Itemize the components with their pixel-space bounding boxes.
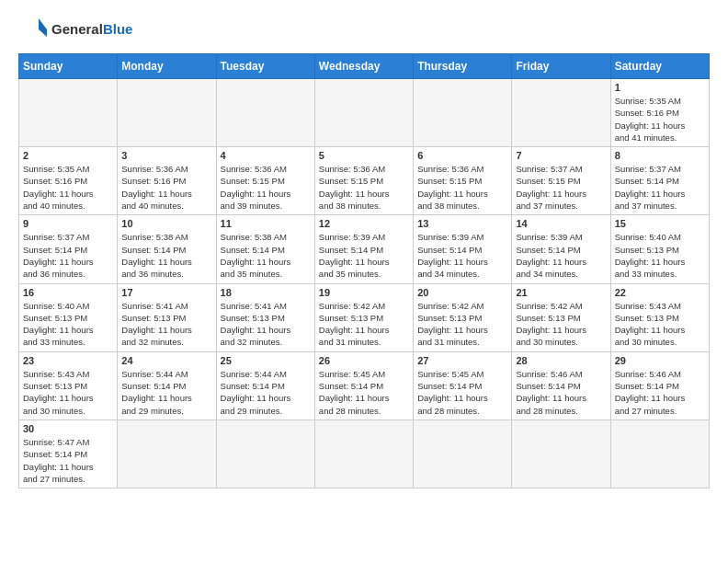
calendar-cell: 21Sunrise: 5:42 AM Sunset: 5:13 PM Dayli… (512, 283, 610, 351)
calendar-cell: 26Sunrise: 5:45 AM Sunset: 5:14 PM Dayli… (314, 351, 413, 419)
day-info: Sunrise: 5:39 AM Sunset: 5:14 PM Dayligh… (417, 231, 507, 280)
calendar-cell (216, 419, 314, 488)
calendar-cell: 1Sunrise: 5:35 AM Sunset: 5:16 PM Daylig… (610, 79, 709, 147)
day-info: Sunrise: 5:43 AM Sunset: 5:13 PM Dayligh… (615, 300, 705, 349)
day-number: 23 (23, 355, 113, 366)
day-info: Sunrise: 5:47 AM Sunset: 5:14 PM Dayligh… (23, 436, 113, 485)
calendar-cell (118, 419, 216, 488)
weekday-header-saturday: Saturday (610, 54, 709, 79)
logo-general: General (51, 21, 103, 37)
calendar-week-row: 1Sunrise: 5:35 AM Sunset: 5:16 PM Daylig… (19, 79, 710, 147)
calendar-cell: 10Sunrise: 5:38 AM Sunset: 5:14 PM Dayli… (118, 215, 216, 283)
calendar-cell: 20Sunrise: 5:42 AM Sunset: 5:13 PM Dayli… (414, 283, 512, 351)
day-number: 24 (121, 355, 211, 366)
day-number: 10 (121, 218, 211, 229)
day-info: Sunrise: 5:41 AM Sunset: 5:13 PM Dayligh… (121, 300, 211, 349)
day-number: 28 (516, 355, 606, 366)
calendar-cell (118, 79, 216, 147)
calendar-cell: 22Sunrise: 5:43 AM Sunset: 5:13 PM Dayli… (610, 283, 709, 351)
calendar-cell (314, 419, 413, 488)
weekday-header-tuesday: Tuesday (216, 54, 314, 79)
calendar-cell (512, 79, 610, 147)
calendar-cell: 23Sunrise: 5:43 AM Sunset: 5:13 PM Dayli… (19, 351, 118, 419)
day-info: Sunrise: 5:42 AM Sunset: 5:13 PM Dayligh… (319, 300, 409, 349)
day-info: Sunrise: 5:38 AM Sunset: 5:14 PM Dayligh… (221, 231, 311, 280)
day-number: 5 (319, 150, 409, 161)
calendar-cell: 24Sunrise: 5:44 AM Sunset: 5:14 PM Dayli… (118, 351, 216, 419)
calendar-cell: 12Sunrise: 5:39 AM Sunset: 5:14 PM Dayli… (314, 215, 413, 283)
calendar-cell: 17Sunrise: 5:41 AM Sunset: 5:13 PM Dayli… (118, 283, 216, 351)
calendar-cell (414, 79, 512, 147)
day-number: 15 (615, 218, 705, 229)
day-number: 19 (319, 287, 409, 298)
calendar-cell: 4Sunrise: 5:36 AM Sunset: 5:15 PM Daylig… (216, 147, 314, 215)
day-info: Sunrise: 5:36 AM Sunset: 5:15 PM Dayligh… (417, 163, 507, 212)
day-info: Sunrise: 5:45 AM Sunset: 5:14 PM Dayligh… (319, 368, 409, 417)
day-info: Sunrise: 5:41 AM Sunset: 5:13 PM Dayligh… (221, 300, 311, 349)
day-info: Sunrise: 5:37 AM Sunset: 5:14 PM Dayligh… (615, 163, 705, 212)
calendar-week-row: 9Sunrise: 5:37 AM Sunset: 5:14 PM Daylig… (19, 215, 710, 283)
calendar-cell (610, 419, 709, 488)
day-number: 8 (615, 150, 705, 161)
logo-blue: Blue (103, 21, 133, 37)
calendar-cell: 30Sunrise: 5:47 AM Sunset: 5:14 PM Dayli… (19, 419, 118, 488)
day-number: 30 (23, 423, 113, 434)
day-info: Sunrise: 5:38 AM Sunset: 5:14 PM Dayligh… (121, 231, 211, 280)
weekday-header-monday: Monday (118, 54, 216, 79)
day-number: 13 (417, 218, 507, 229)
calendar-cell: 19Sunrise: 5:42 AM Sunset: 5:13 PM Dayli… (314, 283, 413, 351)
calendar-cell: 15Sunrise: 5:40 AM Sunset: 5:13 PM Dayli… (610, 215, 709, 283)
calendar-week-row: 23Sunrise: 5:43 AM Sunset: 5:13 PM Dayli… (19, 351, 710, 419)
calendar-cell: 29Sunrise: 5:46 AM Sunset: 5:14 PM Dayli… (610, 351, 709, 419)
day-number: 14 (516, 218, 606, 229)
day-info: Sunrise: 5:40 AM Sunset: 5:13 PM Dayligh… (615, 231, 705, 280)
calendar-cell: 7Sunrise: 5:37 AM Sunset: 5:15 PM Daylig… (512, 147, 610, 215)
svg-rect-0 (18, 15, 37, 44)
day-info: Sunrise: 5:39 AM Sunset: 5:14 PM Dayligh… (516, 231, 606, 280)
day-number: 12 (319, 218, 409, 229)
calendar-cell: 11Sunrise: 5:38 AM Sunset: 5:14 PM Dayli… (216, 215, 314, 283)
calendar-cell: 9Sunrise: 5:37 AM Sunset: 5:14 PM Daylig… (19, 215, 118, 283)
calendar-cell: 18Sunrise: 5:41 AM Sunset: 5:13 PM Dayli… (216, 283, 314, 351)
calendar-cell: 2Sunrise: 5:35 AM Sunset: 5:16 PM Daylig… (19, 147, 118, 215)
day-info: Sunrise: 5:37 AM Sunset: 5:15 PM Dayligh… (516, 163, 606, 212)
calendar-cell (19, 79, 118, 147)
calendar-cell: 5Sunrise: 5:36 AM Sunset: 5:15 PM Daylig… (314, 147, 413, 215)
calendar-cell: 16Sunrise: 5:40 AM Sunset: 5:13 PM Dayli… (19, 283, 118, 351)
day-info: Sunrise: 5:36 AM Sunset: 5:16 PM Dayligh… (121, 163, 211, 212)
day-number: 6 (417, 150, 507, 161)
svg-marker-2 (39, 29, 47, 37)
day-info: Sunrise: 5:45 AM Sunset: 5:14 PM Dayligh… (417, 368, 507, 417)
day-number: 18 (221, 287, 311, 298)
calendar-cell: 25Sunrise: 5:44 AM Sunset: 5:14 PM Dayli… (216, 351, 314, 419)
calendar-cell: 13Sunrise: 5:39 AM Sunset: 5:14 PM Dayli… (414, 215, 512, 283)
day-number: 22 (615, 287, 705, 298)
weekday-header-wednesday: Wednesday (314, 54, 413, 79)
calendar-table: SundayMondayTuesdayWednesdayThursdayFrid… (18, 53, 710, 488)
svg-marker-1 (39, 18, 47, 29)
page-header: GeneralBlue (18, 15, 710, 44)
day-info: Sunrise: 5:36 AM Sunset: 5:15 PM Dayligh… (221, 163, 311, 212)
weekday-header-row: SundayMondayTuesdayWednesdayThursdayFrid… (19, 54, 710, 79)
day-number: 21 (516, 287, 606, 298)
day-number: 1 (615, 82, 705, 93)
day-info: Sunrise: 5:40 AM Sunset: 5:13 PM Dayligh… (23, 300, 113, 349)
logo: GeneralBlue (18, 15, 132, 44)
day-number: 16 (23, 287, 113, 298)
calendar-week-row: 2Sunrise: 5:35 AM Sunset: 5:16 PM Daylig… (19, 147, 710, 215)
day-info: Sunrise: 5:36 AM Sunset: 5:15 PM Dayligh… (319, 163, 409, 212)
calendar-cell: 28Sunrise: 5:46 AM Sunset: 5:14 PM Dayli… (512, 351, 610, 419)
day-info: Sunrise: 5:44 AM Sunset: 5:14 PM Dayligh… (221, 368, 311, 417)
day-info: Sunrise: 5:42 AM Sunset: 5:13 PM Dayligh… (516, 300, 606, 349)
calendar-cell: 8Sunrise: 5:37 AM Sunset: 5:14 PM Daylig… (610, 147, 709, 215)
day-number: 26 (319, 355, 409, 366)
day-number: 3 (121, 150, 211, 161)
day-number: 27 (417, 355, 507, 366)
calendar-cell: 14Sunrise: 5:39 AM Sunset: 5:14 PM Dayli… (512, 215, 610, 283)
calendar-cell: 27Sunrise: 5:45 AM Sunset: 5:14 PM Dayli… (414, 351, 512, 419)
day-number: 25 (221, 355, 311, 366)
day-info: Sunrise: 5:46 AM Sunset: 5:14 PM Dayligh… (516, 368, 606, 417)
day-info: Sunrise: 5:35 AM Sunset: 5:16 PM Dayligh… (23, 163, 113, 212)
day-number: 11 (221, 218, 311, 229)
day-number: 17 (121, 287, 211, 298)
